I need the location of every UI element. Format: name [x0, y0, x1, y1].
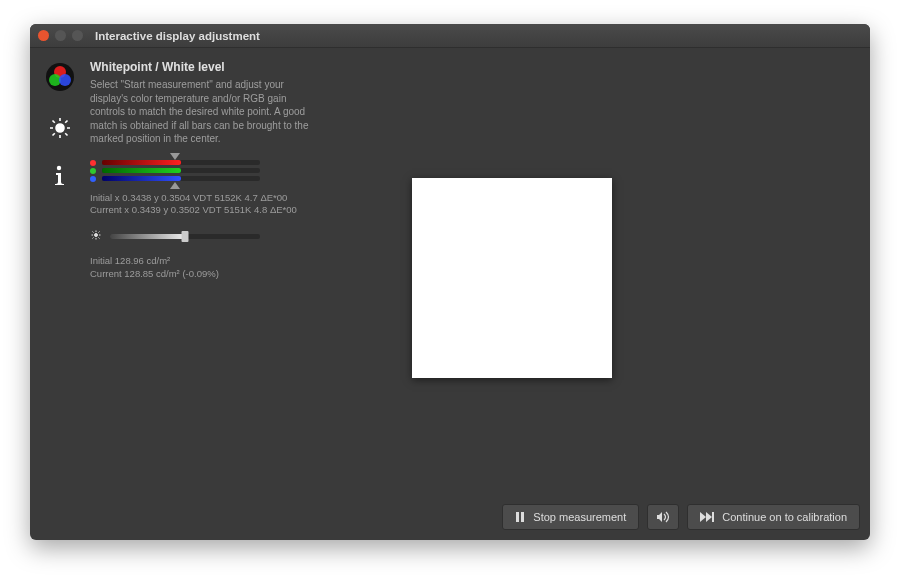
continue-label: Continue on to calibration [722, 511, 847, 523]
target-marker-bottom [170, 182, 180, 189]
sidebar [30, 48, 90, 540]
rgb-icon [45, 62, 75, 94]
svg-rect-23 [516, 512, 519, 522]
target-marker-top [170, 153, 180, 160]
dot-green [90, 168, 96, 174]
bar-red [90, 160, 260, 166]
fast-forward-icon [700, 512, 714, 522]
rgb-bars [90, 160, 260, 182]
svg-rect-24 [521, 512, 524, 522]
svg-rect-25 [712, 512, 714, 522]
close-icon[interactable] [38, 30, 49, 41]
section-description: Select "Start measurement" and adjust yo… [90, 78, 320, 146]
app-window: Interactive display adjustment [30, 24, 870, 540]
titlebar[interactable]: Interactive display adjustment [30, 24, 870, 48]
minimize-icon[interactable] [55, 30, 66, 41]
info-icon [50, 164, 70, 190]
continue-button[interactable]: Continue on to calibration [687, 504, 860, 530]
sun-small-icon [90, 229, 102, 243]
speaker-icon [656, 511, 670, 523]
brightness-bar [90, 229, 260, 243]
svg-line-10 [65, 133, 67, 135]
svg-line-19 [93, 232, 94, 233]
window-body: Whitepoint / White level Select "Start m… [30, 48, 870, 540]
svg-point-4 [56, 124, 64, 132]
dot-red [90, 160, 96, 166]
bar-green [90, 168, 260, 174]
svg-point-3 [59, 74, 71, 86]
svg-line-21 [93, 238, 94, 239]
svg-point-14 [95, 234, 98, 237]
svg-line-20 [99, 238, 100, 239]
stop-measurement-button[interactable]: Stop measurement [502, 504, 639, 530]
maximize-icon[interactable] [72, 30, 83, 41]
measurement-patch [412, 178, 612, 378]
brightness-icon [48, 116, 72, 142]
svg-line-22 [99, 232, 100, 233]
content: Whitepoint / White level Select "Start m… [90, 48, 870, 540]
svg-line-12 [65, 121, 67, 123]
sound-button[interactable] [647, 504, 679, 530]
section-title: Whitepoint / White level [90, 60, 862, 74]
svg-line-9 [53, 121, 55, 123]
window-title: Interactive display adjustment [95, 30, 260, 42]
dot-blue [90, 176, 96, 182]
svg-point-13 [57, 166, 61, 170]
pause-icon [515, 512, 525, 522]
footer: Stop measurement Continue on to calibrat… [502, 504, 860, 530]
svg-line-11 [53, 133, 55, 135]
stop-label: Stop measurement [533, 511, 626, 523]
